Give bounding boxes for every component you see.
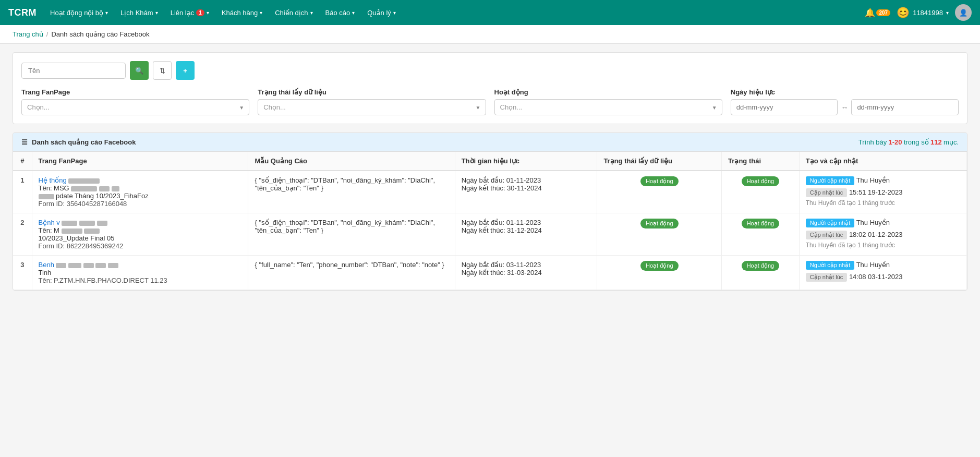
status-badge: Hoạt động (742, 176, 780, 186)
fanpage-label: Trang FanPage (21, 88, 249, 96)
fanpage-link[interactable]: Hệ thống (39, 176, 100, 184)
date-from-input[interactable] (731, 99, 838, 115)
date-to-input[interactable] (851, 99, 959, 115)
date-range-arrow: ↔ (841, 103, 848, 112)
data-status-badge: Hoạt động (640, 261, 679, 271)
breadcrumb-home[interactable]: Trang chủ (13, 30, 43, 38)
fanpage-select[interactable]: Chọn... (21, 99, 249, 115)
notification-bell[interactable]: 🔔 207 (865, 8, 890, 18)
table-panel: ☰ Danh sách quảng cáo Facebook Trình bày… (13, 133, 967, 291)
updater-label: Người cập nhật (806, 176, 855, 185)
blurred-text (39, 194, 54, 199)
cell-num: 2 (13, 213, 32, 256)
nav-item-hoat-dong[interactable]: Hoạt động nội bộ ▾ (45, 6, 113, 20)
top-nav: TCRM Hoạt động nội bộ ▾ Lịch Khám ▾ Liên… (0, 0, 980, 25)
updater-name: Thu Huyền (856, 261, 890, 269)
table-header-bar: ☰ Danh sách quảng cáo Facebook Trình bày… (13, 133, 967, 152)
cell-fanpage: Hệ thống Tên: MSG pdate Tháng 10/2023_Fi… (32, 171, 248, 213)
name-input[interactable] (21, 63, 126, 79)
effective-date-label: Ngày hiệu lực (731, 88, 959, 96)
filter-activity: Hoạt động Chọn... (494, 88, 722, 115)
nav-item-lich-kham[interactable]: Lịch Khám ▾ (115, 6, 163, 20)
blurred-text (68, 178, 100, 184)
chevron-down-icon: ▾ (946, 10, 949, 16)
cell-status: Hoạt động (722, 171, 800, 213)
bell-icon: 🔔 (865, 8, 875, 18)
breadcrumb-separator: / (46, 30, 49, 38)
cell-data-status: Hoạt động (597, 171, 722, 213)
pagination-total: 112 (930, 138, 942, 146)
plus-icon: + (183, 67, 187, 75)
col-num: # (13, 152, 32, 171)
fanpage-link[interactable]: Benh (39, 261, 118, 269)
data-status-select[interactable]: Chọn... (258, 99, 486, 115)
filter-sort-button[interactable]: ⇅ (153, 61, 172, 80)
cell-fanpage: Bệnh v Tên: M 10/2023_Update Final 05 Fo… (32, 213, 248, 256)
blurred-text (83, 263, 94, 268)
blurred-text (112, 186, 119, 191)
user-id: 11841998 (913, 9, 943, 17)
updater-name: Thu Huyền (856, 219, 890, 226)
chevron-down-icon: ▾ (393, 10, 396, 16)
cell-mau-qc: { "số_điện_thoại": "DTBan", "noi_đăng_ký… (248, 171, 455, 213)
pagination-info: Trình bày 1-20 trong số 112 mục. (858, 138, 959, 146)
cell-update: Người cập nhật Thu Huyền Cập nhật lúc 15… (799, 171, 966, 213)
list-icon: ☰ (21, 138, 28, 146)
update-time-label: Cập nhật lúc (806, 231, 848, 239)
cell-num: 1 (13, 171, 32, 213)
updater-label: Người cập nhật (806, 219, 855, 227)
cell-num: 3 (13, 256, 32, 290)
cell-status: Hoạt động (722, 256, 800, 290)
blurred-text (95, 263, 106, 268)
nav-item-bao-cao[interactable]: Báo cáo ▾ (320, 6, 360, 20)
data-status-badge: Hoạt động (640, 219, 679, 228)
cell-fanpage: Benh Tinh Tên: P.ZTM.HN.FB.PHACO.DIRECT … (32, 256, 248, 290)
cell-update: Người cập nhật Thu Huyền Cập nhật lúc 18… (799, 213, 966, 256)
blurred-text (79, 221, 95, 226)
updater-name: Thu Huyền (856, 176, 890, 184)
cell-data-status: Hoạt động (597, 213, 722, 256)
update-time-label: Cập nhật lúc (806, 188, 848, 197)
nav-item-quan-ly[interactable]: Quản lý ▾ (362, 6, 401, 20)
brand-logo[interactable]: TCRM (8, 7, 37, 18)
search-button[interactable]: 🔍 (130, 61, 149, 80)
cell-data-status: Hoạt động (597, 256, 722, 290)
update-time: 15:51 19-12-2023 (849, 188, 903, 196)
blurred-text (97, 221, 107, 226)
chevron-down-icon: ▾ (155, 10, 158, 16)
table-row: 2 Bệnh v Tên: M 10/2023_Update Final 05 … (13, 213, 967, 256)
user-emoji-avatar: 😊 (897, 6, 910, 19)
nav-item-khach-hang[interactable]: Khách hàng ▾ (216, 6, 268, 20)
cell-mau-qc: { "full_name": "Ten", "phone_number": "D… (248, 256, 455, 290)
update-ago: Thu Huyền đã tạo 1 tháng trước (806, 199, 960, 207)
col-time: Thời gian hiệu lực (455, 152, 597, 171)
col-data-status: Trạng thái lấy dữ liệu (597, 152, 722, 171)
table-row: 1 Hệ thống Tên: MSG pdate Tháng 10/2023_… (13, 171, 967, 213)
cell-time: Ngày bắt đầu: 01-11-2023 Ngày kết thúc: … (455, 171, 597, 213)
user-avatar[interactable]: 👤 (955, 4, 972, 21)
update-time: 18:02 01-12-2023 (849, 231, 903, 238)
nav-item-lien-lac[interactable]: Liên lạc 1 ▾ (165, 6, 214, 20)
nav-item-chien-dich[interactable]: Chiến dịch ▾ (270, 6, 318, 20)
update-time: 14:08 03-11-2023 (849, 273, 903, 281)
status-badge: Hoạt động (742, 219, 780, 228)
chevron-down-icon: ▾ (207, 10, 209, 16)
update-ago: Thu Huyền đã tạo 1 tháng trước (806, 242, 960, 249)
top-nav-right: 🔔 207 😊 11841998 ▾ 👤 (865, 4, 972, 21)
cell-time: Ngày bắt đầu: 01-11-2023 Ngày kết thúc: … (455, 213, 597, 256)
activity-select[interactable]: Chọn... (494, 99, 722, 115)
fanpage-link[interactable]: Bệnh v (39, 219, 107, 226)
search-icon: 🔍 (135, 67, 143, 75)
add-button[interactable]: + (176, 61, 195, 80)
cell-mau-qc: { "số_điện_thoại": "DTBan", "noi_đăng_ký… (248, 213, 455, 256)
updater-label: Người cập nhật (806, 261, 855, 270)
blurred-text (99, 186, 110, 191)
chevron-down-icon: ▾ (310, 10, 313, 16)
filter-date: Ngày hiệu lực ↔ (731, 88, 959, 115)
cell-status: Hoạt động (722, 213, 800, 256)
table-header-row: # Trang FanPage Mẫu Quảng Cáo Thời gian … (13, 152, 967, 171)
avatar-initials: 👤 (959, 9, 967, 17)
blurred-text (68, 263, 81, 268)
user-menu[interactable]: 😊 11841998 ▾ (897, 6, 949, 19)
blurred-text (108, 263, 118, 268)
